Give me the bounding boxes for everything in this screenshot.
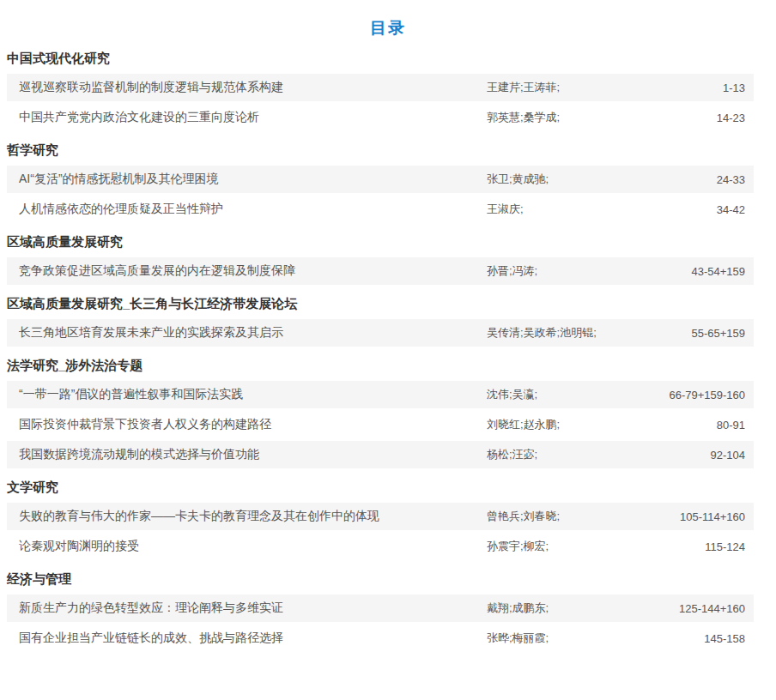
section-rows: 巡视巡察联动监督机制的制度逻辑与规范体系构建 王建芹;王涛菲; 1-13 中国共… xyxy=(7,74,754,131)
article-pages: 34-42 xyxy=(717,203,754,216)
article-row: 新质生产力的绿色转型效应：理论阐释与多维实证 戴翔;成鹏东; 125-144+1… xyxy=(7,594,754,622)
article-row: 竞争政策促进区域高质量发展的内在逻辑及制度保障 孙晋;冯涛; 43-54+159 xyxy=(7,257,754,285)
section-header: 区域高质量发展研究 xyxy=(7,234,754,250)
article-title-link[interactable]: 巡视巡察联动监督机制的制度逻辑与规范体系构建 xyxy=(7,80,487,95)
article-pages: 1-13 xyxy=(723,81,754,94)
article-authors[interactable]: 张晔;梅丽霞; xyxy=(487,631,704,646)
section-rows: AI“复活”的情感抚慰机制及其伦理困境 张卫;黄成驰; 24-33 人机情感依恋… xyxy=(7,166,754,223)
section-rows: 长三角地区培育发展未来产业的实践探索及其启示 吴传清;吴政希;池明锟; 55-6… xyxy=(7,319,754,347)
article-pages: 115-124 xyxy=(705,540,754,553)
article-title-link[interactable]: “一带一路”倡议的普遍性叙事和国际法实践 xyxy=(7,387,487,402)
toc-section: 区域高质量发展研究_长三角与长江经济带发展论坛 长三角地区培育发展未来产业的实践… xyxy=(7,296,754,347)
article-pages: 92-104 xyxy=(711,449,754,462)
section-header: 文学研究 xyxy=(7,480,754,495)
article-authors[interactable]: 王淑庆; xyxy=(487,202,717,217)
article-row: 中国共产党党内政治文化建设的三重向度论析 郭英慧;桑学成; 14-23 xyxy=(7,104,754,131)
article-authors[interactable]: 吴传清;吴政希;池明锟; xyxy=(487,325,691,341)
article-title-link[interactable]: 人机情感依恋的伦理质疑及正当性辩护 xyxy=(7,202,487,217)
toc-section: 法学研究_涉外法治专题 “一带一路”倡议的普遍性叙事和国际法实践 沈伟;吴瀛; … xyxy=(7,358,754,468)
section-rows: 竞争政策促进区域高质量发展的内在逻辑及制度保障 孙晋;冯涛; 43-54+159 xyxy=(7,257,754,285)
section-header: 经济与管理 xyxy=(7,571,754,587)
article-title-link[interactable]: 国有企业担当产业链链长的成效、挑战与路径选择 xyxy=(7,631,487,646)
toc-title: 目录 xyxy=(0,0,776,39)
article-pages: 105-114+160 xyxy=(680,510,754,523)
article-authors[interactable]: 郭英慧;桑学成; xyxy=(487,110,717,125)
article-row: 国有企业担当产业链链长的成效、挑战与路径选择 张晔;梅丽霞; 145-158 xyxy=(7,625,754,652)
toc-section: 文学研究 失败的教育与伟大的作家——卡夫卡的教育理念及其在创作中的体现 曾艳兵;… xyxy=(7,480,754,560)
article-pages: 125-144+160 xyxy=(679,602,754,615)
article-authors[interactable]: 王建芹;王涛菲; xyxy=(487,80,723,95)
article-title-link[interactable]: 长三角地区培育发展未来产业的实践探索及其启示 xyxy=(7,325,487,341)
article-title-link[interactable]: AI“复活”的情感抚慰机制及其伦理困境 xyxy=(7,172,487,187)
article-title-link[interactable]: 国际投资仲裁背景下投资者人权义务的构建路径 xyxy=(7,417,487,432)
article-authors[interactable]: 沈伟;吴瀛; xyxy=(487,387,669,402)
article-pages: 80-91 xyxy=(717,419,754,431)
article-authors[interactable]: 戴翔;成鹏东; xyxy=(487,600,679,616)
article-pages: 66-79+159-160 xyxy=(669,389,754,401)
article-pages: 145-158 xyxy=(704,632,754,645)
toc-section: 哲学研究 AI“复活”的情感抚慰机制及其伦理困境 张卫;黄成驰; 24-33 人… xyxy=(7,142,754,223)
article-authors[interactable]: 张卫;黄成驰; xyxy=(487,172,717,187)
section-rows: “一带一路”倡议的普遍性叙事和国际法实践 沈伟;吴瀛; 66-79+159-16… xyxy=(7,381,754,468)
article-row: 长三角地区培育发展未来产业的实践探索及其启示 吴传清;吴政希;池明锟; 55-6… xyxy=(7,319,754,347)
article-title-link[interactable]: 失败的教育与伟大的作家——卡夫卡的教育理念及其在创作中的体现 xyxy=(7,509,487,524)
toc-section: 中国式现代化研究 巡视巡察联动监督机制的制度逻辑与规范体系构建 王建芹;王涛菲;… xyxy=(7,51,754,131)
article-title-link[interactable]: 新质生产力的绿色转型效应：理论阐释与多维实证 xyxy=(7,600,487,616)
article-row: 失败的教育与伟大的作家——卡夫卡的教育理念及其在创作中的体现 曾艳兵;刘春晓; … xyxy=(7,503,754,530)
section-header: 法学研究_涉外法治专题 xyxy=(7,358,754,373)
section-rows: 新质生产力的绿色转型效应：理论阐释与多维实证 戴翔;成鹏东; 125-144+1… xyxy=(7,594,754,652)
article-row: 巡视巡察联动监督机制的制度逻辑与规范体系构建 王建芹;王涛菲; 1-13 xyxy=(7,74,754,101)
article-authors[interactable]: 曾艳兵;刘春晓; xyxy=(487,509,680,524)
toc-list: 中国式现代化研究 巡视巡察联动监督机制的制度逻辑与规范体系构建 王建芹;王涛菲;… xyxy=(7,51,754,652)
article-authors[interactable]: 孙晋;冯涛; xyxy=(487,263,691,279)
article-row: “一带一路”倡议的普遍性叙事和国际法实践 沈伟;吴瀛; 66-79+159-16… xyxy=(7,381,754,408)
toc-section: 经济与管理 新质生产力的绿色转型效应：理论阐释与多维实证 戴翔;成鹏东; 125… xyxy=(7,571,754,652)
article-row: 我国数据跨境流动规制的模式选择与价值功能 杨松;汪宓; 92-104 xyxy=(7,441,754,468)
section-header: 区域高质量发展研究_长三角与长江经济带发展论坛 xyxy=(7,296,754,311)
article-title-link[interactable]: 论秦观对陶渊明的接受 xyxy=(7,539,487,554)
article-authors[interactable]: 杨松;汪宓; xyxy=(487,447,711,462)
toc-section: 区域高质量发展研究 竞争政策促进区域高质量发展的内在逻辑及制度保障 孙晋;冯涛;… xyxy=(7,234,754,285)
article-authors[interactable]: 刘晓红;赵永鹏; xyxy=(487,417,717,432)
article-pages: 55-65+159 xyxy=(691,327,754,340)
article-authors[interactable]: 孙震宇;柳宏; xyxy=(487,539,705,554)
article-title-link[interactable]: 竞争政策促进区域高质量发展的内在逻辑及制度保障 xyxy=(7,263,487,279)
article-title-link[interactable]: 我国数据跨境流动规制的模式选择与价值功能 xyxy=(7,447,487,462)
article-pages: 24-33 xyxy=(717,173,754,186)
article-row: AI“复活”的情感抚慰机制及其伦理困境 张卫;黄成驰; 24-33 xyxy=(7,166,754,193)
section-header: 中国式现代化研究 xyxy=(7,51,754,66)
article-row: 论秦观对陶渊明的接受 孙震宇;柳宏; 115-124 xyxy=(7,533,754,560)
article-pages: 43-54+159 xyxy=(691,265,754,278)
section-rows: 失败的教育与伟大的作家——卡夫卡的教育理念及其在创作中的体现 曾艳兵;刘春晓; … xyxy=(7,503,754,560)
section-header: 哲学研究 xyxy=(7,142,754,158)
article-row: 人机情感依恋的伦理质疑及正当性辩护 王淑庆; 34-42 xyxy=(7,196,754,223)
article-row: 国际投资仲裁背景下投资者人权义务的构建路径 刘晓红;赵永鹏; 80-91 xyxy=(7,411,754,438)
article-title-link[interactable]: 中国共产党党内政治文化建设的三重向度论析 xyxy=(7,110,487,125)
article-pages: 14-23 xyxy=(717,112,754,124)
